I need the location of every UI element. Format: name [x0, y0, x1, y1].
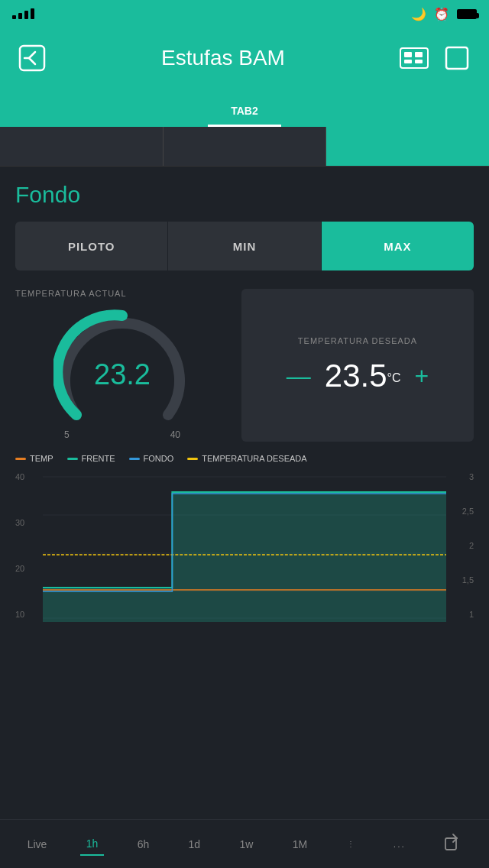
y-left-30: 30 [15, 518, 43, 527]
decrease-temp-button[interactable]: — [287, 364, 311, 388]
signal-icon [12, 8, 34, 19]
y-right-1: 1 [446, 610, 474, 619]
mode-max-button[interactable]: MAX [322, 222, 474, 270]
legend-desired: TEMPERATURA DESEADA [187, 454, 306, 463]
time-1h-button[interactable]: 1h [80, 833, 105, 856]
desired-value-display: 23.5°C [325, 358, 401, 394]
time-6h-button[interactable]: 6h [131, 834, 156, 855]
mode-buttons: PILOTO MIN MAX [15, 222, 474, 270]
svg-rect-5 [404, 60, 412, 63]
chart-y-right: 3 2,5 2 1,5 1 [446, 469, 474, 622]
back-button[interactable] [15, 41, 49, 75]
legend-desired-dot [187, 458, 198, 460]
y-right-2: 2 [446, 541, 474, 550]
time-1w-button[interactable]: 1w [233, 834, 259, 855]
desired-controls: — 23.5°C + [287, 358, 429, 394]
desired-temp-unit: °C [387, 371, 401, 384]
svg-rect-6 [415, 60, 423, 63]
legend-fondo-label: FONDO [144, 454, 174, 463]
desired-temp-value: 23.5 [325, 358, 387, 394]
mode-piloto-button[interactable]: PILOTO [15, 222, 168, 270]
chart-svg [43, 469, 446, 622]
svg-rect-4 [415, 52, 423, 57]
main-content: Fondo PILOTO MIN MAX TEMPERATURA ACTUAL … [0, 167, 489, 622]
time-bar: Live 1h 6h 1d 1w 1M ⋮ ... [0, 819, 489, 868]
chart-area [43, 469, 446, 622]
legend-temp-label: TEMP [30, 454, 53, 463]
gauge-value: 23.2 [94, 358, 151, 391]
time-1m-button[interactable]: 1M [287, 834, 313, 855]
svg-rect-7 [446, 47, 468, 69]
square-icon[interactable] [440, 41, 474, 75]
sub-tab-3[interactable] [326, 127, 489, 166]
sub-tab-row [0, 127, 489, 167]
sub-tab-2[interactable] [164, 127, 327, 166]
temp-desired-label: TEMPERATURA DESEADA [298, 336, 417, 345]
gauge-max: 40 [170, 429, 180, 440]
alarm-icon: ⏰ [434, 7, 449, 21]
temperature-section: TEMPERATURA ACTUAL 23.2 5 40 TEMPERATURA… [15, 289, 474, 442]
chart-legend: TEMP FRENTE FONDO TEMPERATURA DESEADA [15, 454, 474, 463]
legend-frente-dot [67, 458, 78, 460]
temp-actual-panel: TEMPERATURA ACTUAL 23.2 5 40 [15, 289, 229, 442]
app-title: Estufas BAM [161, 46, 285, 70]
chart-y-left: 40 30 20 10 [15, 469, 43, 622]
status-bar: 🌙 ⏰ [0, 0, 489, 28]
svg-rect-3 [404, 52, 412, 57]
moon-icon: 🌙 [411, 7, 426, 21]
time-dots-button[interactable]: ... [387, 834, 412, 854]
tab-bar: TAB2 [0, 89, 489, 127]
svg-rect-2 [400, 48, 428, 68]
header: Estufas BAM [0, 28, 489, 89]
legend-frente: FRENTE [67, 454, 115, 463]
y-left-20: 20 [15, 564, 43, 573]
y-left-10: 10 [15, 610, 43, 619]
temp-actual-label: TEMPERATURA ACTUAL [15, 289, 229, 298]
legend-temp-dot [15, 458, 26, 460]
export-button[interactable] [439, 829, 468, 859]
legend-fondo-dot [129, 458, 140, 460]
legend-fondo: FONDO [129, 454, 174, 463]
temp-desired-panel: TEMPERATURA DESEADA — 23.5°C + [241, 289, 474, 442]
legend-temp: TEMP [15, 454, 53, 463]
y-right-25: 2,5 [446, 507, 474, 516]
time-more-button[interactable]: ⋮ [341, 835, 361, 853]
legend-frente-label: FRENTE [82, 454, 115, 463]
gauge-min: 5 [64, 429, 70, 440]
mode-min-button[interactable]: MIN [168, 222, 321, 270]
y-right-3: 3 [446, 472, 474, 481]
legend-desired-label: TEMPERATURA DESEADA [202, 454, 306, 463]
sub-tab-1[interactable] [0, 127, 164, 166]
tab-tab2[interactable]: TAB2 [208, 99, 281, 127]
time-1d-button[interactable]: 1d [183, 834, 207, 855]
y-left-40: 40 [15, 472, 43, 481]
y-right-15: 1,5 [446, 575, 474, 585]
section-title: Fondo [15, 182, 474, 208]
increase-temp-button[interactable]: + [415, 364, 429, 388]
menu-icon[interactable] [397, 41, 431, 75]
gauge-container: 23.2 5 40 [53, 304, 191, 442]
chart-wrapper: 40 30 20 10 [15, 469, 474, 622]
time-live-button[interactable]: Live [21, 834, 53, 855]
status-icons: 🌙 ⏰ [411, 7, 477, 21]
battery-icon [457, 9, 477, 19]
